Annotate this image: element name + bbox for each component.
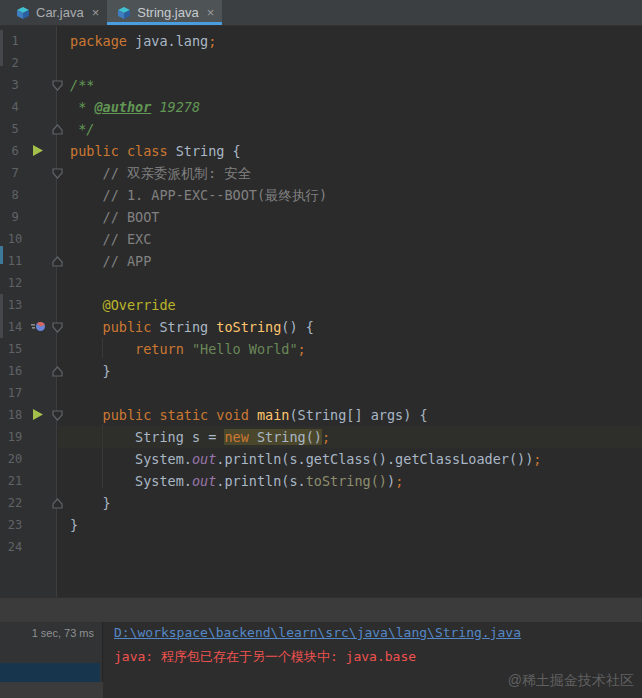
close-tab-icon[interactable]: × [92, 5, 100, 20]
run-gutter-icon[interactable] [31, 408, 45, 422]
code-text: // EXC [70, 228, 151, 250]
build-duration: 1 sec, 73 ms [32, 627, 94, 639]
code-line[interactable]: 7 // 双亲委派机制: 安全 [0, 162, 642, 184]
build-tree-panel: 1 sec, 73 ms [0, 622, 103, 698]
fold-end-icon[interactable] [52, 498, 63, 509]
line-number: 17 [4, 382, 26, 404]
line-number: 12 [4, 272, 26, 294]
active-tab-underline [107, 22, 222, 25]
line-number: 13 [4, 294, 26, 316]
line-number: 20 [4, 448, 26, 470]
code-line[interactable]: 1package java.lang; [0, 30, 642, 52]
code-text: // APP [70, 250, 151, 272]
line-number: 1 [4, 30, 26, 52]
code-line[interactable]: 21 System.out.println(s.toString()); [0, 470, 642, 492]
line-number: 14 [4, 316, 26, 338]
code-text: // BOOT [70, 206, 159, 228]
code-text: @Override [70, 294, 176, 316]
code-text: */ [70, 118, 94, 140]
code-line[interactable]: 2 [0, 52, 642, 74]
code-line[interactable]: 22 } [0, 492, 642, 514]
line-number: 18 [4, 404, 26, 426]
line-number: 3 [4, 74, 26, 96]
compile-error-message: java: 程序包已存在于另一个模块中: java.base [114, 648, 416, 666]
tab-string-java[interactable]: String.java× [107, 0, 222, 25]
line-number: 9 [4, 206, 26, 228]
line-number: 24 [4, 536, 26, 558]
code-line[interactable]: 6public class String { [0, 140, 642, 162]
line-number: 21 [4, 470, 26, 492]
code-line[interactable]: 8 // 1. APP-EXC--BOOT(最终执行) [0, 184, 642, 206]
code-text: } [70, 492, 111, 514]
code-line[interactable]: 12 [0, 272, 642, 294]
code-text: } [70, 514, 78, 536]
line-number: 8 [4, 184, 26, 206]
code-text: package java.lang; [70, 30, 216, 52]
code-line[interactable]: 13 @Override [0, 294, 642, 316]
code-line[interactable]: 15 return "Hello World"; [0, 338, 642, 360]
fold-end-icon[interactable] [52, 366, 63, 377]
line-number: 4 [4, 96, 26, 118]
code-line[interactable]: 10 // EXC [0, 228, 642, 250]
watermark-text: @稀土掘金技术社区 [508, 672, 634, 690]
code-line[interactable]: 5 */ [0, 118, 642, 140]
fold-end-icon[interactable] [52, 124, 63, 135]
code-line[interactable]: 9 // BOOT [0, 206, 642, 228]
code-text: System.out.println(s.getClass().getClass… [70, 448, 541, 470]
panel-splitter[interactable] [0, 597, 642, 622]
code-line[interactable]: 3/** [0, 74, 642, 96]
line-number: 2 [4, 52, 26, 74]
code-line[interactable]: 14 public String toString() { [0, 316, 642, 338]
code-editor[interactable]: 1package java.lang;23/**4 * @author 1927… [0, 26, 642, 597]
code-text: public String toString() { [70, 316, 314, 338]
file-path-link[interactable]: D:\workspace\backend\learn\src\java\lang… [114, 625, 521, 640]
line-number: 10 [4, 228, 26, 250]
code-line[interactable]: 17 [0, 382, 642, 404]
run-gutter-icon[interactable] [31, 144, 45, 158]
gutter-stripe-mark [0, 294, 3, 338]
code-text: } [70, 360, 111, 382]
code-line[interactable]: 24 [0, 536, 642, 558]
code-line[interactable]: 18 public static void main(String[] args… [0, 404, 642, 426]
gutter-stripe-mark [0, 246, 3, 264]
code-text: public static void main(String[] args) { [70, 404, 428, 426]
tab-car-java[interactable]: Car.java× [6, 0, 107, 25]
close-tab-icon[interactable]: × [207, 5, 215, 20]
code-text: String s = new String(); [70, 426, 330, 448]
code-text: // 1. APP-EXC--BOOT(最终执行) [70, 184, 327, 206]
code-lines: 1package java.lang;23/**4 * @author 1927… [0, 30, 642, 558]
fold-start-icon[interactable] [52, 80, 63, 91]
selected-build-node[interactable] [0, 663, 100, 682]
code-text: // 双亲委派机制: 安全 [70, 162, 251, 184]
fold-start-icon[interactable] [52, 410, 63, 421]
tab-label: String.java [137, 5, 198, 20]
code-text: * @author 19278 [70, 96, 200, 118]
fold-start-icon[interactable] [52, 168, 63, 179]
line-number: 23 [4, 514, 26, 536]
code-line[interactable]: 20 System.out.println(s.getClass().getCl… [0, 448, 642, 470]
fold-end-icon[interactable] [52, 256, 63, 267]
code-text: return "Hello World"; [70, 338, 306, 360]
override-method-icon[interactable] [31, 320, 45, 334]
code-line[interactable]: 4 * @author 19278 [0, 96, 642, 118]
code-line[interactable]: 23} [0, 514, 642, 536]
build-output-panel: 1 sec, 73 ms D:\workspace\backend\learn\… [0, 622, 642, 698]
code-text: public class String { [70, 140, 241, 162]
code-text: System.out.println(s.toString()); [70, 470, 403, 492]
fold-start-icon[interactable] [52, 322, 63, 333]
java-class-icon [117, 6, 131, 20]
code-line[interactable]: 11 // APP [0, 250, 642, 272]
build-tree-footer [0, 682, 103, 698]
gutter-stripe-mark [0, 30, 3, 66]
line-number: 6 [4, 140, 26, 162]
line-number: 22 [4, 492, 26, 514]
code-line[interactable]: 16 } [0, 360, 642, 382]
line-number: 16 [4, 360, 26, 382]
editor-tab-bar: Car.java×String.java× [0, 0, 642, 26]
tab-label: Car.java [36, 5, 84, 20]
java-class-icon [16, 6, 30, 20]
line-number: 11 [4, 250, 26, 272]
line-number: 5 [4, 118, 26, 140]
code-line[interactable]: 19 String s = new String(); [0, 426, 642, 448]
code-text: /** [70, 74, 94, 96]
